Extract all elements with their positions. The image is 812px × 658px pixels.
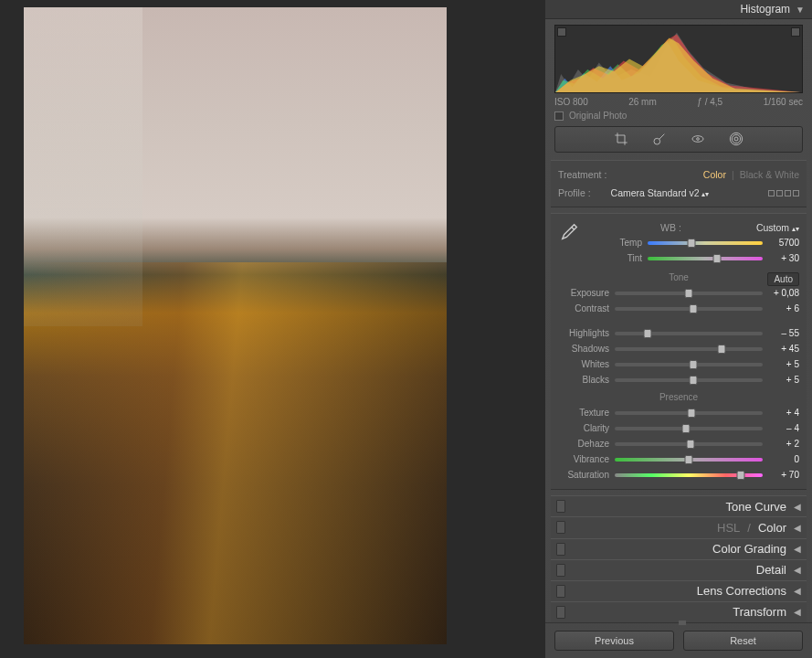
panel-toggle-icon[interactable] (556, 606, 565, 619)
panel-tone-curve[interactable]: Tone Curve ◀ (551, 495, 807, 516)
svg-point-1 (692, 135, 703, 142)
reset-button[interactable]: Reset (683, 631, 803, 651)
exposure-value[interactable]: + 0,08 (768, 288, 799, 298)
photo-preview[interactable] (24, 7, 447, 644)
texture-value[interactable]: + 4 (768, 408, 799, 418)
previous-button[interactable]: Previous (554, 631, 674, 651)
clarity-label: Clarity (558, 423, 609, 433)
image-preview-area (0, 0, 544, 658)
saturation-slider[interactable] (615, 473, 763, 477)
blacks-slider[interactable] (615, 378, 763, 382)
iso-value: ISO 800 (554, 97, 588, 107)
chevron-left-icon: ◀ (794, 544, 801, 554)
temp-slider[interactable] (648, 241, 763, 245)
panel-transform[interactable]: Transform ◀ (551, 601, 807, 622)
basic-block: WB : Custom ▴▾ Temp 5700 Tint + 30 Tone … (551, 213, 807, 490)
panel-color-grading[interactable]: Color Grading ◀ (551, 538, 807, 559)
contrast-label: Contrast (558, 303, 609, 313)
crop-tool-icon[interactable] (614, 132, 628, 148)
panel-lens-corrections[interactable]: Lens Corrections ◀ (551, 580, 807, 601)
panel-toggle-icon[interactable] (556, 543, 565, 556)
chevron-left-icon: ◀ (794, 607, 801, 617)
highlights-slider[interactable] (615, 332, 763, 335)
histogram-header[interactable]: Histogram ▼ (545, 0, 812, 19)
wb-label: WB : (660, 222, 681, 233)
whites-slider[interactable] (615, 363, 763, 366)
shadows-slider[interactable] (615, 347, 763, 351)
histogram-metadata: ISO 800 26 mm ƒ / 4,5 1/160 sec (554, 97, 803, 107)
aperture-value: ƒ / 4,5 (697, 97, 722, 107)
panel-toggle-icon[interactable] (556, 564, 565, 577)
profile-label: Profile : (558, 187, 591, 198)
tint-slider-label: Tint (591, 253, 642, 263)
contrast-value[interactable]: + 6 (768, 303, 799, 313)
vibrance-label: Vibrance (558, 454, 609, 464)
treatment-color[interactable]: Color (703, 169, 726, 180)
chevron-down-icon: ▼ (796, 5, 805, 15)
blacks-label: Blacks (558, 375, 609, 385)
whites-label: Whites (558, 359, 609, 369)
focal-length-value: 26 mm (628, 97, 657, 107)
tone-group-title: Tone (669, 272, 689, 282)
svg-point-3 (734, 137, 738, 141)
develop-panel: Histogram ▼ ISO 800 26 mm ƒ / 4,5 1/160 … (544, 0, 812, 658)
tint-value[interactable]: + 30 (768, 253, 799, 263)
dehaze-value[interactable]: + 2 (768, 439, 799, 449)
shadows-label: Shadows (558, 344, 609, 354)
profile-dropdown[interactable]: Camera Standard v2 ▴▾ (611, 187, 710, 198)
svg-point-2 (697, 137, 700, 140)
exposure-slider[interactable] (615, 292, 763, 295)
clarity-slider[interactable] (615, 427, 763, 430)
shadows-value[interactable]: + 45 (768, 344, 799, 354)
chevron-left-icon: ◀ (794, 502, 801, 512)
temp-value[interactable]: 5700 (768, 238, 799, 248)
dehaze-label: Dehaze (558, 439, 609, 449)
panel-toggle-icon[interactable] (556, 521, 565, 534)
chevron-left-icon: ◀ (794, 523, 801, 533)
histogram-title: Histogram (740, 3, 790, 16)
treatment-block: Treatment : Color | Black & White Profil… (551, 160, 807, 207)
treatment-label: Treatment : (558, 169, 606, 180)
temp-slider-label: Temp (591, 238, 642, 248)
saturation-label: Saturation (558, 470, 609, 480)
highlights-label: Highlights (558, 328, 609, 338)
panel-detail[interactable]: Detail ◀ (551, 559, 807, 580)
original-photo-label: Original Photo (569, 111, 627, 121)
contrast-slider[interactable] (615, 307, 763, 311)
radial-filter-icon[interactable] (729, 132, 743, 148)
wb-mode-dropdown[interactable]: Custom ▴▾ (756, 222, 799, 233)
profile-browser-icon[interactable] (768, 190, 799, 196)
wb-eyedropper-icon[interactable] (558, 219, 582, 243)
shutter-value: 1/160 sec (764, 97, 803, 107)
tint-slider[interactable] (648, 257, 763, 260)
histogram[interactable] (554, 25, 803, 93)
svg-point-0 (654, 138, 660, 144)
texture-slider[interactable] (615, 411, 763, 415)
saturation-value[interactable]: + 70 (768, 470, 799, 480)
whites-value[interactable]: + 5 (768, 359, 799, 369)
chevron-left-icon: ◀ (794, 586, 801, 596)
exposure-label: Exposure (558, 288, 609, 298)
svg-point-4 (732, 134, 740, 143)
presence-group-title: Presence (659, 392, 698, 402)
vibrance-slider[interactable] (615, 458, 763, 462)
auto-tone-button[interactable]: Auto (767, 272, 799, 286)
panel-toggle-icon[interactable] (556, 500, 565, 513)
panel-hsl-color[interactable]: HSL / Color ◀ (551, 516, 807, 537)
dehaze-slider[interactable] (615, 442, 763, 446)
panel-toggle-icon[interactable] (556, 585, 565, 598)
treatment-bw[interactable]: Black & White (740, 169, 799, 180)
redeye-tool-icon[interactable] (691, 132, 705, 148)
blacks-value[interactable]: + 5 (768, 375, 799, 385)
original-photo-checkbox[interactable] (554, 111, 564, 121)
healing-brush-icon[interactable] (652, 132, 667, 148)
highlights-value[interactable]: – 55 (768, 328, 799, 338)
texture-label: Texture (558, 408, 609, 418)
clarity-value[interactable]: – 4 (768, 423, 799, 433)
chevron-left-icon: ◀ (794, 565, 801, 575)
vibrance-value[interactable]: 0 (768, 454, 799, 464)
tool-strip (554, 126, 803, 153)
